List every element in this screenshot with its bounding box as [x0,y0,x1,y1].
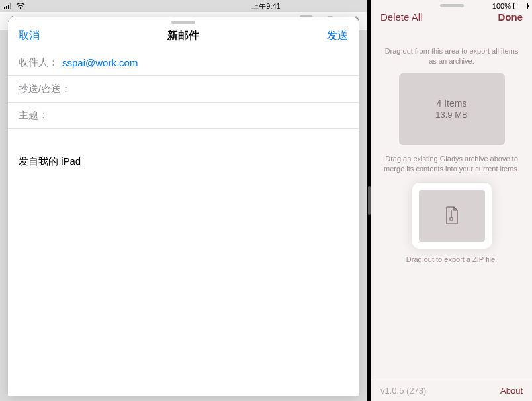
zip-file-icon [445,206,459,225]
signal-icon [4,3,13,9]
archive-dropzone[interactable]: 4 Items 13.9 MB [399,73,505,145]
export-hint-text: Drag out from this area to export all it… [371,29,532,73]
battery-percent: 100% [492,2,511,10]
svg-point-4 [20,7,21,9]
done-button[interactable]: Done [498,11,523,22]
cancel-button[interactable]: 取消 [19,29,40,43]
zip-caption: Drag out to export a ZIP file. [371,255,532,263]
items-size: 13.9 MB [435,110,467,120]
svg-rect-3 [10,3,11,9]
gladys-panel: Delete All Done Drag out from this area … [371,0,532,401]
wifi-icon [16,3,25,9]
signature-text: 发自我的 iPad [19,156,348,168]
svg-rect-2 [8,5,9,9]
to-field[interactable]: 收件人： sspai@work.com [8,50,359,76]
panel-footer: v1.0.5 (273) About [371,380,532,401]
battery-icon [513,3,528,9]
delete-all-button[interactable]: Delete All [380,11,422,22]
clock: 上午9:41 [251,1,280,11]
to-value: sspai@work.com [62,57,138,68]
status-bar: 上午9:41 100% [0,0,532,12]
svg-rect-10 [450,218,453,220]
compose-sheet: 取消 新邮件 发送 收件人： sspai@work.com 抄送/密送： 主题：… [8,17,359,396]
send-button[interactable]: 发送 [327,29,348,43]
cc-bcc-label: 抄送/密送： [19,83,71,95]
svg-rect-0 [4,7,5,9]
merge-hint-text: Drag an existing Gladys archive above to… [371,145,532,180]
version-text: v1.0.5 (273) [380,386,426,396]
cc-bcc-field[interactable]: 抄送/密送： [8,76,359,103]
to-label: 收件人： [19,56,58,69]
items-count: 4 Items [437,98,467,109]
subject-label: 主题： [19,109,48,122]
compose-body[interactable]: 发自我的 iPad [8,129,359,195]
zip-export-tile[interactable] [412,183,492,249]
svg-rect-1 [6,6,7,9]
about-button[interactable]: About [500,386,523,396]
compose-title: 新邮件 [167,29,199,43]
subject-field[interactable]: 主题： [8,103,359,129]
split-handle[interactable] [368,186,371,215]
